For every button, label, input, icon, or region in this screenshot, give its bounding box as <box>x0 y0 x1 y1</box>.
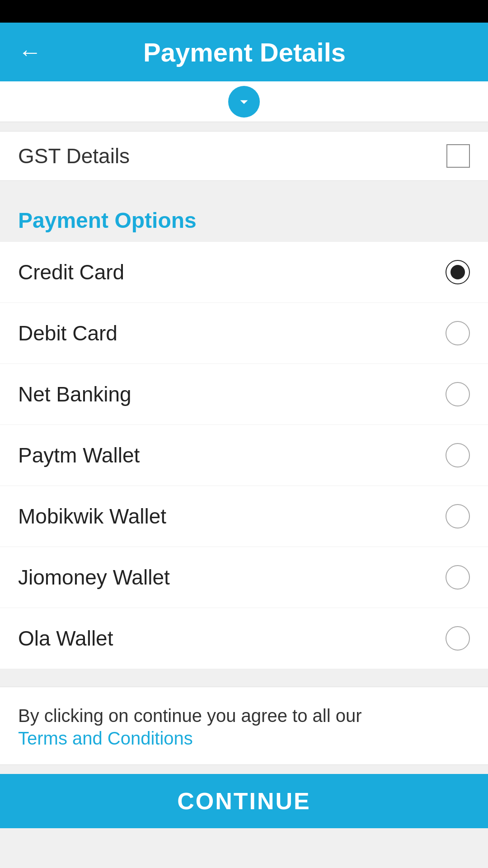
payment-option-label-debit-card: Debit Card <box>18 321 117 345</box>
radio-inner-credit-card <box>450 265 465 279</box>
payment-option-jiomoney-wallet[interactable]: Jiomoney Wallet <box>0 547 488 608</box>
payment-options-container: Payment Options Credit CardDebit CardNet… <box>0 190 488 669</box>
gst-label: GST Details <box>18 144 130 168</box>
collapsed-section <box>0 81 488 122</box>
payment-option-net-banking[interactable]: Net Banking <box>0 364 488 425</box>
payment-option-label-paytm-wallet: Paytm Wallet <box>18 443 140 467</box>
radio-ola-wallet[interactable] <box>446 626 470 651</box>
radio-credit-card[interactable] <box>446 260 470 284</box>
radio-jiomoney-wallet[interactable] <box>446 565 470 590</box>
back-button[interactable]: ← <box>18 38 42 66</box>
gst-checkbox[interactable] <box>446 144 470 168</box>
payment-option-credit-card[interactable]: Credit Card <box>0 242 488 303</box>
app-header: ← Payment Details <box>0 23 488 81</box>
payment-option-label-ola-wallet: Ola Wallet <box>18 626 113 651</box>
payment-option-paytm-wallet[interactable]: Paytm Wallet <box>0 425 488 486</box>
radio-debit-card[interactable] <box>446 321 470 345</box>
continue-wrapper: CONTINUE <box>0 774 488 842</box>
radio-net-banking[interactable] <box>446 382 470 406</box>
payment-option-ola-wallet[interactable]: Ola Wallet <box>0 608 488 669</box>
payment-option-debit-card[interactable]: Debit Card <box>0 303 488 364</box>
terms-section: By clicking on continue you agree to all… <box>0 687 488 765</box>
terms-pre-text: By clicking on continue you agree to all… <box>18 706 361 726</box>
continue-button[interactable]: CONTINUE <box>0 774 488 828</box>
payment-option-mobikwik-wallet[interactable]: Mobikwik Wallet <box>0 486 488 547</box>
status-bar <box>0 0 488 23</box>
chevron-down-icon <box>235 93 253 111</box>
payment-option-label-jiomoney-wallet: Jiomoney Wallet <box>18 565 170 590</box>
gst-section: GST Details <box>0 131 488 181</box>
payment-option-label-credit-card: Credit Card <box>18 260 124 284</box>
radio-paytm-wallet[interactable] <box>446 443 470 467</box>
payment-options-list: Credit CardDebit CardNet BankingPaytm Wa… <box>0 242 488 669</box>
terms-link[interactable]: Terms and Conditions <box>18 728 193 748</box>
payment-option-label-mobikwik-wallet: Mobikwik Wallet <box>18 504 166 528</box>
radio-mobikwik-wallet[interactable] <box>446 504 470 528</box>
payment-option-label-net-banking: Net Banking <box>18 382 131 406</box>
payment-options-title: Payment Options <box>0 203 488 242</box>
bottom-area: By clicking on continue you agree to all… <box>0 669 488 842</box>
page-title: Payment Details <box>55 37 434 67</box>
chevron-down-button[interactable] <box>228 86 260 118</box>
